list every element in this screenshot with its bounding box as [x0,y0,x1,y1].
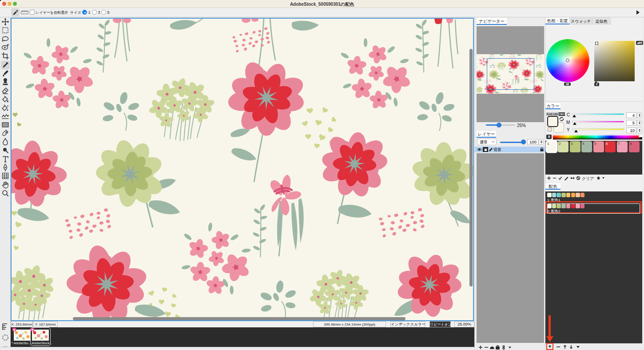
svg-text:クリア: クリア [582,176,594,181]
